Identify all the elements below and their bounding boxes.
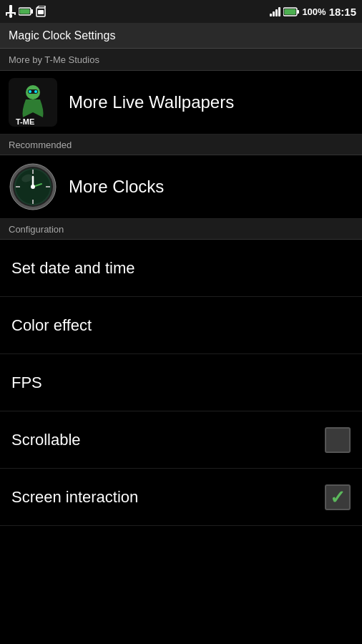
- more-clocks-label: More Clocks: [69, 177, 164, 197]
- screen-interaction-row[interactable]: Screen interaction ✓: [0, 469, 362, 526]
- configuration-header: Configuration: [0, 219, 362, 240]
- svg-rect-4: [9, 14, 12, 18]
- svg-rect-11: [297, 10, 299, 14]
- set-date-time-row[interactable]: Set date and time: [0, 240, 362, 297]
- configuration-label: Configuration: [9, 224, 64, 235]
- status-right-info: 100% 18:15: [270, 6, 356, 18]
- clock-icon-container: [9, 162, 57, 211]
- battery-full-icon: [283, 7, 299, 16]
- more-by-label: More by T-Me Studios: [9, 54, 99, 65]
- recommended-label: Recommended: [9, 140, 72, 150]
- screen-interaction-label: Screen interaction: [11, 488, 138, 507]
- page-title: Magic Clock Settings: [9, 29, 115, 42]
- status-left-icons: [6, 5, 46, 18]
- small-battery-icon: [19, 6, 33, 16]
- battery-percentage: 100%: [302, 6, 326, 17]
- status-time: 18:15: [329, 6, 356, 18]
- svg-rect-0: [9, 5, 12, 12]
- fps-label: FPS: [11, 374, 42, 392]
- svg-rect-6: [31, 9, 33, 14]
- live-wallpapers-label: More Live Wallpapers: [69, 92, 234, 112]
- clock-face-svg: [9, 162, 57, 211]
- svg-rect-2: [6, 12, 7, 16]
- sim-icon: [36, 6, 46, 17]
- scrollable-row[interactable]: Scrollable: [0, 411, 362, 469]
- svg-rect-1: [6, 12, 16, 14]
- color-effect-row[interactable]: Color effect: [0, 297, 362, 354]
- fps-row[interactable]: FPS: [0, 354, 362, 411]
- signal-bars: [270, 6, 280, 16]
- svg-rect-3: [14, 12, 16, 15]
- scrollable-label: Scrollable: [11, 431, 81, 449]
- checkmark-icon: ✓: [330, 488, 346, 507]
- recommended-header: Recommended: [0, 135, 362, 155]
- svg-rect-7: [20, 9, 30, 14]
- set-date-time-label: Set date and time: [11, 259, 134, 278]
- title-bar: Magic Clock Settings: [0, 23, 362, 49]
- more-clocks-row[interactable]: More Clocks: [0, 155, 362, 219]
- color-effect-label: Color effect: [11, 316, 92, 335]
- usb-icon: [6, 5, 16, 18]
- status-bar: 100% 18:15: [0, 0, 362, 23]
- svg-rect-12: [285, 9, 296, 14]
- svg-point-19: [34, 90, 37, 93]
- screen-interaction-checkbox[interactable]: ✓: [325, 484, 351, 510]
- svg-point-18: [29, 90, 31, 93]
- svg-point-30: [31, 185, 35, 189]
- tme-logo-svg: T-ME: [9, 78, 57, 127]
- scrollable-checkbox[interactable]: [325, 427, 351, 453]
- more-by-header: More by T-Me Studios: [0, 49, 362, 71]
- svg-text:T-ME: T-ME: [16, 117, 34, 126]
- tme-logo: T-ME: [9, 78, 57, 127]
- live-wallpapers-row[interactable]: T-ME More Live Wallpapers: [0, 71, 362, 135]
- svg-rect-9: [38, 10, 44, 14]
